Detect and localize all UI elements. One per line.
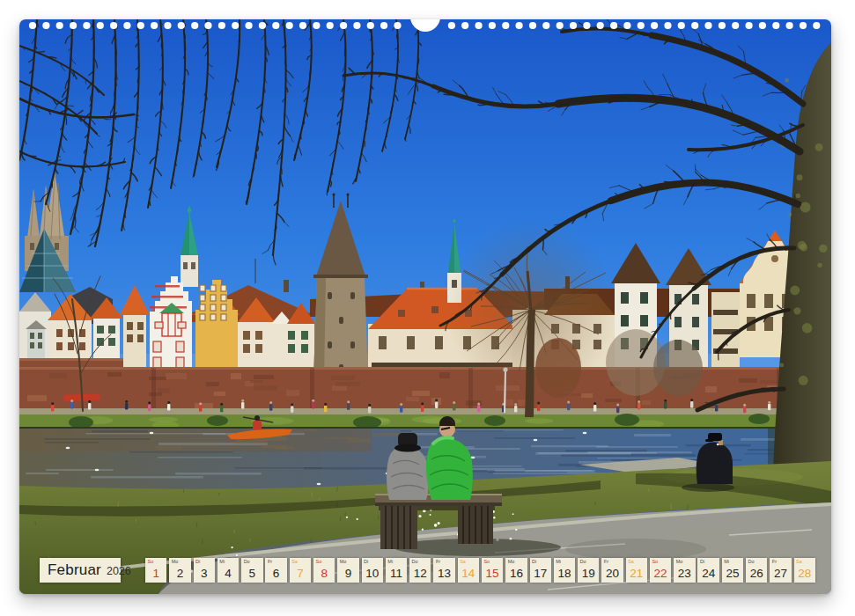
day-weekday-label: Fr xyxy=(268,559,272,564)
day-number: 24 xyxy=(697,567,719,580)
day-weekday-label: Do xyxy=(244,559,250,564)
day-number: 22 xyxy=(650,567,671,580)
day-number: 11 xyxy=(386,567,407,580)
day-number: 16 xyxy=(505,567,527,580)
day-cell: Do5 xyxy=(241,558,262,583)
day-number: 25 xyxy=(722,567,743,580)
day-weekday-label: Mo xyxy=(508,559,515,564)
day-number: 23 xyxy=(674,567,695,580)
day-number: 6 xyxy=(265,567,286,580)
day-cell: So15 xyxy=(482,558,503,583)
day-cell: Fr27 xyxy=(770,558,791,583)
day-weekday-label: So xyxy=(148,559,154,564)
day-number: 9 xyxy=(337,567,358,580)
day-cell: Do19 xyxy=(578,558,599,583)
day-number: 20 xyxy=(601,567,623,580)
far-bank-path xyxy=(19,408,831,414)
day-cell: Di24 xyxy=(697,558,719,583)
day-weekday-label: Fr xyxy=(436,559,440,564)
day-cell: Mo9 xyxy=(337,558,358,583)
day-cell: Mi25 xyxy=(722,558,743,583)
day-cell: So22 xyxy=(650,558,671,583)
day-weekday-label: Di xyxy=(195,559,200,564)
day-weekday-label: So xyxy=(483,559,490,564)
calendar-page: Februar 2026 So1Mo2Di3Mi4Do5Fr6Sa7So8Mo9… xyxy=(19,19,831,594)
day-number: 26 xyxy=(746,567,767,580)
day-cell: Sa7 xyxy=(290,558,311,583)
day-weekday-label: Do xyxy=(580,559,586,564)
day-cell: Di10 xyxy=(362,558,383,583)
day-cell: Mo23 xyxy=(674,558,695,583)
day-cell: Mo2 xyxy=(169,558,190,583)
day-number: 15 xyxy=(482,567,503,580)
day-number: 19 xyxy=(578,567,599,580)
day-cell: Mi4 xyxy=(217,558,239,583)
day-cell: Mo16 xyxy=(505,558,527,583)
day-weekday-label: Mo xyxy=(172,559,179,564)
day-weekday-label: Di xyxy=(532,559,536,564)
day-cell: Mi18 xyxy=(554,558,575,583)
day-number: 17 xyxy=(530,567,551,580)
day-weekday-label: Mi xyxy=(387,559,393,564)
day-number: 18 xyxy=(554,567,575,580)
day-weekday-label: So xyxy=(652,559,658,564)
day-weekday-label: Do xyxy=(412,559,418,564)
day-weekday-label: Mi xyxy=(724,559,729,564)
day-number: 3 xyxy=(194,567,215,580)
day-weekday-label: Mi xyxy=(219,559,225,564)
day-cell: Do26 xyxy=(746,558,767,583)
day-number: 27 xyxy=(770,567,791,580)
day-number: 7 xyxy=(290,567,311,580)
month-name: Februar xyxy=(48,561,101,579)
day-weekday-label: So xyxy=(315,559,321,564)
day-number: 14 xyxy=(458,567,479,580)
day-cell: Sa28 xyxy=(794,558,815,583)
year-label: 2026 xyxy=(107,563,131,577)
day-number: 12 xyxy=(409,567,431,580)
day-weekday-label: Di xyxy=(700,559,704,564)
ulm-danube-photo xyxy=(19,19,831,594)
day-weekday-label: Fr xyxy=(604,559,608,564)
day-cell: Mi11 xyxy=(386,558,407,583)
day-number: 5 xyxy=(241,567,262,580)
day-cell: Di17 xyxy=(530,558,551,583)
calendar-strip: Februar 2026 So1Mo2Di3Mi4Do5Fr6Sa7So8Mo9… xyxy=(40,558,815,583)
day-weekday-label: Mi xyxy=(556,559,561,564)
day-number: 8 xyxy=(313,567,335,580)
day-weekday-label: Di xyxy=(364,559,368,564)
day-cell: Fr13 xyxy=(433,558,454,583)
day-weekday-label: Mo xyxy=(340,559,347,564)
day-cell: So8 xyxy=(313,558,335,583)
day-number: 4 xyxy=(217,567,239,580)
day-weekday-label: Mo xyxy=(676,559,683,564)
day-number: 1 xyxy=(145,567,166,580)
day-weekday-label: Sa xyxy=(460,559,466,564)
day-weekday-label: Sa xyxy=(796,559,802,564)
calendar-product-shot: Februar 2026 So1Mo2Di3Mi4Do5Fr6Sa7So8Mo9… xyxy=(0,0,855,616)
day-number: 13 xyxy=(433,567,454,580)
day-number: 21 xyxy=(626,567,647,580)
day-weekday-label: Fr xyxy=(772,559,777,564)
month-label-box: Februar 2026 xyxy=(40,558,121,583)
day-cell: Do12 xyxy=(409,558,431,583)
day-weekday-label: Do xyxy=(748,559,755,564)
day-cell: Fr20 xyxy=(601,558,623,583)
day-cell: Di3 xyxy=(194,558,215,583)
day-number: 10 xyxy=(362,567,383,580)
day-number: 2 xyxy=(169,567,190,580)
day-number: 28 xyxy=(794,567,815,580)
day-cell: Sa14 xyxy=(458,558,479,583)
day-cell: So1 xyxy=(145,558,166,583)
day-cells: So1Mo2Di3Mi4Do5Fr6Sa7So8Mo9Di10Mi11Do12F… xyxy=(145,558,815,583)
day-cell: Sa21 xyxy=(626,558,647,583)
day-cell: Fr6 xyxy=(265,558,286,583)
far-bank-grass xyxy=(19,414,831,429)
day-weekday-label: Sa xyxy=(628,559,634,564)
day-weekday-label: Sa xyxy=(291,559,298,564)
